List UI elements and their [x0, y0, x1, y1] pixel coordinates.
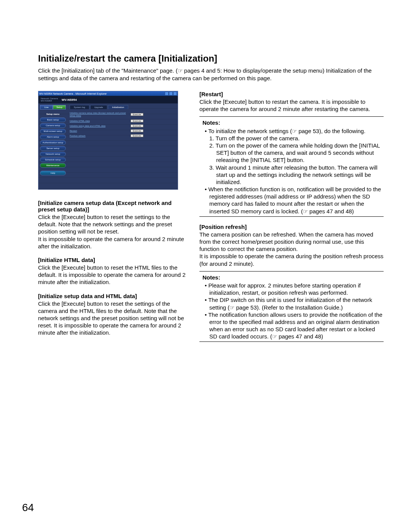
sidebar-item-camera[interactable]: Camera setup [40, 123, 66, 128]
window-buttons [164, 92, 177, 96]
notes1-step-1: 1. Turn off the power of the camera. [199, 135, 384, 142]
notes1-step-2: 2. Turn on the power of the camera while… [199, 142, 384, 164]
section-position-title: [Position refresh] [199, 224, 384, 230]
sidebar-item-alarm[interactable]: Alarm setup [40, 135, 66, 139]
execute-button-2[interactable]: Execute [131, 119, 143, 122]
row-label-restart[interactable]: Restart [70, 130, 131, 132]
notes-box-2: Notes: Please wait for approx. 2 minutes… [199, 271, 384, 342]
notes1-bullet-1: To initialize the network settings (☞ pa… [199, 127, 384, 135]
sidebar-item-network[interactable]: Network setup [40, 152, 66, 156]
notes-heading-1: Notes: [202, 119, 384, 126]
tab-systemlog[interactable]: System log [70, 105, 89, 109]
section-init-both-body: Click the [Execute] button to reset the … [38, 300, 186, 337]
notes-heading-2: Notes: [202, 274, 384, 281]
section-position-body1: The camera position can be refreshed. Wh… [199, 231, 384, 253]
sidebar-heading: Setup menu [40, 112, 66, 116]
section-init-setup-body1: Click the [Execute] button to reset the … [38, 213, 186, 235]
section-init-html-title: [Initialize HTML data] [38, 257, 186, 263]
page-number: 64 [22, 502, 34, 514]
sidebar-item-auth[interactable]: Authentication setup [40, 140, 66, 145]
notes2-bullet-2: The DIP switch on this unit is used for … [199, 296, 384, 311]
section-init-both-title: [Initialize setup data and HTML data] [38, 293, 186, 299]
sidebar-item-maintenance[interactable]: Maintenance [40, 163, 66, 168]
notes1-bullet-2: When the notifiction function is on, not… [199, 186, 384, 215]
brand-model: WV-NS954 [41, 100, 58, 102]
execute-button-3[interactable]: Execute [131, 124, 143, 127]
notes1-step-3: 3. Wait around 1 minute after releasing … [199, 164, 384, 186]
section-init-setup-body2: It is impossible to operate the camera f… [38, 235, 186, 250]
execute-button-5[interactable]: Execute [131, 134, 143, 137]
row-label-init-both[interactable]: Initialize setup data and HTML data [70, 125, 131, 127]
tab-upgrade[interactable]: Upgrade [90, 105, 107, 109]
sidebar-item-server[interactable]: Server setup [40, 146, 66, 151]
sidebar-item-schedule[interactable]: Schedule setup [40, 157, 66, 162]
page-title: Initialize/restart the camera [Initializ… [38, 53, 384, 64]
row-label-position[interactable]: Position refresh [70, 135, 131, 137]
tab-initialization[interactable]: Initialization [108, 105, 128, 109]
notes2-bullet-3: The notification function allows users t… [199, 311, 384, 340]
execute-button-4[interactable]: Execute [131, 129, 143, 132]
row-label-init-html[interactable]: Initialize HTML data [70, 120, 131, 122]
intro-text: Click the [Initialization] tab of the "M… [38, 67, 384, 82]
live-tab[interactable]: Live [40, 105, 53, 110]
section-position-body2: It is impossible to operate the camera d… [199, 253, 384, 267]
window-title: WV-NS954 Network Camera - Microsoft Inte… [39, 92, 107, 95]
execute-button-1[interactable]: Execute [131, 113, 143, 116]
sidebar-item-basic[interactable]: Basic setup [40, 118, 66, 122]
section-init-setup-title: [Initialize camera setup data (Except ne… [38, 200, 186, 213]
setup-tab[interactable]: Setup [53, 105, 66, 110]
notes-box-1: Notes: To initialize the network setting… [199, 116, 384, 216]
notes2-bullet-1: Please wait for approx. 2 minutes before… [199, 282, 384, 296]
sidebar-item-multi[interactable]: Multi-screen setup [40, 129, 66, 133]
row-label-init-setup[interactable]: Initialize camera setup data (Except net… [70, 112, 131, 117]
section-restart-body: Click the [Execute] button to restart th… [199, 98, 384, 113]
section-init-html-body: Click the [Execute] button to reset the … [38, 264, 186, 286]
sidebar-item-help[interactable]: Help [40, 171, 66, 175]
embedded-screenshot: WV-NS954 Network Camera - Microsoft Inte… [38, 91, 178, 190]
model-big: WV-NS954 [62, 98, 77, 102]
section-restart-title: [Restart] [199, 91, 384, 97]
